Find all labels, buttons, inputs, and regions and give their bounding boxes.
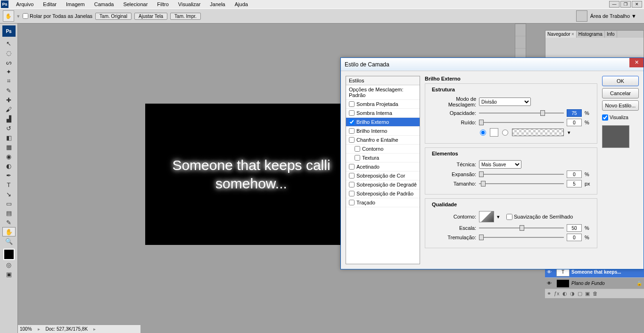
range-slider[interactable] bbox=[479, 225, 564, 231]
group-elements: Elementos Técnica: Mais Suave Expansão: … bbox=[425, 147, 597, 195]
tab-navegador[interactable]: Navegador× bbox=[545, 31, 577, 38]
eyedropper-tool[interactable]: ✎ bbox=[2, 86, 16, 95]
window-minimize-icon[interactable]: — bbox=[609, 1, 619, 8]
jitter-slider[interactable] bbox=[479, 234, 564, 241]
type-tool[interactable]: T bbox=[2, 180, 16, 189]
trash-icon[interactable]: 🗑 bbox=[593, 291, 598, 297]
link-icon[interactable]: ⚭ bbox=[547, 291, 551, 297]
wand-tool[interactable]: ✦ bbox=[2, 67, 16, 76]
contour-picker[interactable] bbox=[479, 211, 494, 222]
style-drop-shadow[interactable]: Sombra Projetada bbox=[346, 100, 420, 109]
screenmode-icon[interactable]: ▣ bbox=[2, 269, 16, 279]
move-tool[interactable]: ↖ bbox=[2, 39, 16, 48]
antialias-checkbox[interactable]: Suavização de Serrilhado bbox=[506, 214, 573, 220]
dodge-tool[interactable]: ◐ bbox=[2, 161, 16, 171]
menu-editar[interactable]: Editar bbox=[38, 0, 61, 8]
color-radio-solid[interactable] bbox=[480, 130, 486, 136]
folder-icon[interactable]: ▢ bbox=[578, 291, 582, 297]
visibility-icon[interactable]: 👁 bbox=[547, 281, 554, 286]
visibility-icon[interactable]: 👁 bbox=[547, 269, 554, 275]
style-color-overlay[interactable]: Sobreposição de Cor bbox=[346, 171, 420, 180]
spread-input[interactable] bbox=[567, 171, 582, 178]
foreground-color[interactable] bbox=[3, 249, 15, 260]
size-slider[interactable] bbox=[479, 180, 564, 187]
glow-gradient[interactable] bbox=[512, 129, 564, 136]
noise-input[interactable] bbox=[567, 119, 582, 126]
style-inner-glow[interactable]: Brilho Interno bbox=[346, 127, 420, 136]
print-size-button[interactable]: Tam. Impr. bbox=[170, 13, 201, 20]
hand-tool[interactable]: ✋ bbox=[2, 227, 16, 236]
window-close-icon[interactable]: ✕ bbox=[632, 1, 642, 8]
style-outer-glow[interactable]: Brilho Externo bbox=[346, 118, 420, 127]
style-texture[interactable]: Textura bbox=[346, 154, 420, 162]
quickmask-icon[interactable]: ◎ bbox=[2, 260, 16, 269]
menu-imagem[interactable]: Imagem bbox=[61, 0, 90, 8]
stamp-tool[interactable]: ▟ bbox=[2, 114, 16, 123]
technique-select[interactable]: Mais Suave bbox=[479, 160, 521, 169]
noise-slider[interactable] bbox=[479, 119, 564, 126]
path-tool[interactable]: ↘ bbox=[2, 189, 16, 199]
size-input[interactable] bbox=[567, 180, 582, 187]
opacity-slider[interactable] bbox=[479, 110, 564, 116]
adjust-icon[interactable]: ◑ bbox=[570, 291, 575, 297]
shape-tool[interactable]: ▭ bbox=[2, 199, 16, 208]
menu-janela[interactable]: Janela bbox=[205, 0, 230, 8]
fit-screen-button[interactable]: Ajustar Tela bbox=[134, 13, 167, 20]
opacity-input[interactable] bbox=[567, 109, 582, 117]
styles-header[interactable]: Estilos bbox=[346, 76, 420, 85]
marquee-tool[interactable]: ◌ bbox=[2, 48, 16, 57]
color-radio-gradient[interactable] bbox=[502, 130, 508, 136]
tab-info[interactable]: Info bbox=[605, 31, 617, 38]
ok-button[interactable]: OK bbox=[602, 76, 639, 86]
lasso-tool[interactable]: ᔕ bbox=[2, 57, 16, 67]
cancel-button[interactable]: Cancelar bbox=[602, 88, 639, 98]
scroll-all-checkbox[interactable]: Rolar por Todas as Janelas bbox=[23, 13, 92, 19]
menubar: Ps Arquivo Editar Imagem Camada Selecion… bbox=[0, 0, 644, 8]
eyedropper2-tool[interactable]: ✎ bbox=[2, 218, 16, 227]
style-inner-shadow[interactable]: Sombra Interna bbox=[346, 109, 420, 118]
hand-tool-icon[interactable]: ✋ bbox=[3, 10, 14, 22]
menu-camada[interactable]: Camada bbox=[90, 0, 119, 8]
spread-slider[interactable] bbox=[479, 171, 564, 178]
jitter-input[interactable] bbox=[567, 234, 582, 241]
dialog-close-icon[interactable]: ✕ bbox=[629, 58, 644, 67]
style-satin[interactable]: Acetinado bbox=[346, 162, 420, 171]
menu-arquivo[interactable]: Arquivo bbox=[11, 0, 38, 8]
tab-histograma[interactable]: Histograma bbox=[577, 31, 605, 38]
workspace-dropdown[interactable]: Área de Trabalho ▼ bbox=[590, 13, 636, 19]
pen-tool[interactable]: ✒ bbox=[2, 171, 16, 180]
blend-mode-select[interactable]: Divisão bbox=[479, 97, 531, 106]
zoom-level[interactable]: 100% bbox=[20, 326, 32, 332]
heal-tool[interactable]: ✚ bbox=[2, 95, 16, 105]
range-input[interactable] bbox=[567, 224, 582, 232]
layer-row-bg[interactable]: 👁 Plano de Fundo 🔒 bbox=[545, 278, 644, 289]
glow-color-swatch[interactable] bbox=[490, 128, 498, 137]
menu-selecionar[interactable]: Selecionar bbox=[118, 0, 152, 8]
workspace-icon[interactable] bbox=[576, 10, 587, 22]
actual-pixels-button[interactable]: Tam. Original bbox=[95, 13, 132, 20]
fx-icon[interactable]: ƒx bbox=[554, 291, 560, 297]
preview-checkbox[interactable]: Visualiza bbox=[602, 114, 639, 121]
blur-tool[interactable]: ◉ bbox=[2, 152, 16, 161]
notes-tool[interactable]: ▤ bbox=[2, 208, 16, 218]
brush-tool[interactable]: 🖌 bbox=[2, 105, 16, 114]
style-pattern-overlay[interactable]: Sobreposição de Padrão bbox=[346, 189, 420, 198]
history-brush-tool[interactable]: ↺ bbox=[2, 123, 16, 133]
zoom-tool[interactable]: 🔍 bbox=[2, 236, 16, 246]
crop-tool[interactable]: ⌗ bbox=[2, 76, 16, 86]
document-canvas[interactable]: Someone that keeps calli somehow... bbox=[145, 104, 357, 245]
new-layer-icon[interactable]: ▣ bbox=[585, 291, 590, 297]
menu-filtro[interactable]: Filtro bbox=[152, 0, 173, 8]
blending-options[interactable]: Opções de Mesclagem: Padrão bbox=[346, 85, 420, 100]
style-bevel[interactable]: Chanfro e Entalhe bbox=[346, 136, 420, 145]
mask-icon[interactable]: ◐ bbox=[562, 291, 567, 297]
gradient-tool[interactable]: ▦ bbox=[2, 142, 16, 152]
style-gradient-overlay[interactable]: Sobreposição de Degradê bbox=[346, 180, 420, 189]
new-style-button[interactable]: Novo Estilo... bbox=[602, 100, 639, 111]
menu-visualizar[interactable]: Visualizar bbox=[173, 0, 206, 8]
window-restore-icon[interactable]: ❐ bbox=[620, 1, 631, 8]
eraser-tool[interactable]: ◧ bbox=[2, 133, 16, 142]
style-contour[interactable]: Contorno bbox=[346, 145, 420, 154]
style-stroke[interactable]: Traçado bbox=[346, 198, 420, 207]
menu-ajuda[interactable]: Ajuda bbox=[230, 0, 253, 8]
